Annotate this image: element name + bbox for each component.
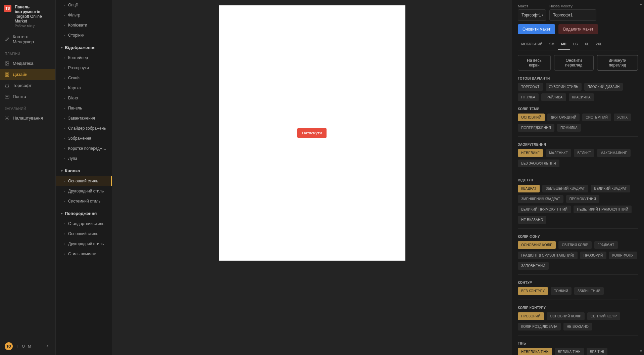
- tree-item[interactable]: Вікно: [56, 93, 112, 103]
- style-chip[interactable]: НЕ ВКАЗАНО: [563, 323, 592, 330]
- style-chip[interactable]: НЕВЕЛИКЕ: [518, 149, 543, 157]
- demo-button[interactable]: Натиснути: [297, 128, 327, 138]
- layout-name-input[interactable]: [549, 9, 596, 21]
- style-chip[interactable]: ВЕЛИКА ТІНЬ: [555, 348, 584, 355]
- tree-item[interactable]: Копіювати: [56, 20, 112, 30]
- style-chip[interactable]: НЕ ВКАЗАНО: [518, 216, 546, 224]
- tree-item[interactable]: Опції: [56, 0, 112, 10]
- style-chip[interactable]: СВІТЛИЙ КОЛІР: [558, 241, 591, 249]
- tree-item[interactable]: Другорядний стиль: [56, 239, 112, 249]
- style-chip[interactable]: ГРАДІЄНТ: [594, 241, 618, 249]
- bullet-icon: [64, 138, 65, 139]
- avatar[interactable]: TO: [5, 342, 13, 350]
- style-chip[interactable]: ЗМЕНШЕНИЙ КВАДРАТ: [518, 195, 563, 203]
- style-chip[interactable]: ЗБІЛЬШЕНИЙ: [574, 287, 604, 295]
- tree-item[interactable]: Стиль помилки: [56, 249, 112, 259]
- tree-group[interactable]: ▾Попередження: [56, 206, 112, 219]
- preview-toolbar-button[interactable]: Оновити перегляд: [554, 55, 594, 71]
- style-chip[interactable]: ПЛОСКИЙ ДИЗАЙН: [584, 83, 623, 91]
- style-chip[interactable]: ОСНОВНИЙ КОЛІР: [547, 312, 585, 320]
- style-chip[interactable]: ПРОЗОРИЙ: [580, 252, 606, 259]
- style-chip[interactable]: КОЛІР ФОНУ: [609, 252, 637, 259]
- tree-item[interactable]: Коротке попередження: [56, 143, 112, 153]
- style-chip[interactable]: ПРЯМОКУТНИЙ: [566, 195, 599, 203]
- style-chip[interactable]: ОСНОВНИЙ: [518, 114, 545, 121]
- tree-item[interactable]: Панель: [56, 103, 112, 113]
- style-chip[interactable]: НЕВЕЛИКА ТІНЬ: [518, 348, 552, 355]
- breakpoint-tab[interactable]: SM: [546, 39, 558, 50]
- style-chip[interactable]: ПОМИЛКА: [557, 124, 581, 132]
- scroll-down-indicator[interactable]: ▼: [639, 349, 643, 353]
- style-chip[interactable]: СУВОРИЙ СТИЛЬ: [546, 83, 582, 91]
- breakpoint-tab[interactable]: XL: [581, 39, 592, 50]
- divider: [518, 136, 638, 137]
- style-chip[interactable]: КВАДРАТ: [518, 185, 540, 192]
- style-chip[interactable]: КОЛІР РОЗДІЛЮВАЧА: [518, 323, 561, 330]
- tree-group[interactable]: ▾Відображення: [56, 40, 112, 53]
- style-chip[interactable]: ОСНОВНИЙ КОЛІР: [518, 241, 556, 249]
- style-chip[interactable]: ВЕЛИКИЙ КВАДРАТ: [591, 185, 630, 192]
- style-chip[interactable]: МАКСИМАЛЬНЕ: [597, 149, 631, 157]
- style-chip[interactable]: ПІГУЛКА: [518, 93, 539, 101]
- nav-media[interactable]: Медіатека: [0, 58, 55, 69]
- delete-layout-button[interactable]: Видалити макет: [558, 24, 598, 34]
- tree-item[interactable]: Другорядний стиль: [56, 186, 112, 196]
- style-chip[interactable]: СВІТЛИЙ КОЛІР: [587, 312, 620, 320]
- style-chip[interactable]: ГРАДІЄНТ (ГОРИЗОНТАЛЬНИЙ): [518, 252, 578, 259]
- nav-settings[interactable]: Налаштування: [0, 113, 55, 124]
- style-chip[interactable]: ЗАПОВНЕНИЙ: [518, 262, 549, 270]
- tree-item[interactable]: Сторінки: [56, 30, 112, 40]
- image-icon: [5, 61, 9, 66]
- style-chip[interactable]: БЕЗ ЗАОКРУГЛЕННЯ: [518, 160, 559, 167]
- style-chip[interactable]: БЕЗ ТІНІ: [587, 348, 607, 355]
- tree-item[interactable]: Лупа: [56, 153, 112, 164]
- tree-item[interactable]: Контейнер: [56, 53, 112, 63]
- style-chip[interactable]: ВЕЛИКИЙ ПРЯМОКУНТНИЙ: [518, 206, 571, 213]
- style-chip[interactable]: КЛАСИЧНА: [569, 93, 594, 101]
- tree-item[interactable]: Слайдер зображень: [56, 123, 112, 133]
- style-chip[interactable]: ВЕЛИКЕ: [574, 149, 594, 157]
- tree-item[interactable]: Фільтр: [56, 10, 112, 20]
- preview-toolbar-button[interactable]: Вимкнути перегляд: [597, 55, 638, 71]
- nav-content-manager[interactable]: Контент Менеджер: [0, 31, 55, 47]
- style-chip[interactable]: НЕВЕЛИКИЙ ПРЯМОКУНТНИЙ: [574, 206, 632, 213]
- style-chip[interactable]: ТОНКИЙ: [551, 287, 572, 295]
- style-chip[interactable]: ЗБІЛЬШЕНИЙ КВАДРАТ: [542, 185, 588, 192]
- nav-mail[interactable]: Пошта: [0, 91, 55, 102]
- svg-rect-2: [5, 73, 7, 74]
- style-chip[interactable]: ДРУГОРЯДНИЙ: [547, 114, 580, 121]
- tree-group-label: Попередження: [65, 211, 107, 216]
- tree-item[interactable]: Зображення: [56, 133, 112, 143]
- breakpoint-tab[interactable]: LG: [570, 39, 581, 50]
- style-chip[interactable]: СИСТЕМНИЙ: [582, 114, 611, 121]
- breakpoint-tab[interactable]: 2XL: [593, 39, 606, 50]
- style-chip[interactable]: ГРАЙЛИВА: [541, 93, 566, 101]
- nav-torgsoft[interactable]: Торгсофт: [0, 80, 55, 91]
- tree-item[interactable]: Основний стиль: [56, 229, 112, 239]
- tree-item[interactable]: Розгорнути: [56, 63, 112, 73]
- style-chip[interactable]: МАЛЕНЬКЕ: [546, 149, 571, 157]
- tree-item[interactable]: Основний стиль: [56, 176, 112, 186]
- tree-item[interactable]: Завантаження: [56, 113, 112, 123]
- tree-item[interactable]: Системний стиль: [56, 196, 112, 206]
- style-chip[interactable]: УСПІХ: [614, 114, 631, 121]
- style-chip[interactable]: ПРОЗОРИЙ: [518, 312, 544, 320]
- style-chip[interactable]: ТОРГСОФТ: [518, 83, 543, 91]
- preview-toolbar-button[interactable]: На весь екран: [518, 55, 551, 71]
- tree-item[interactable]: Картка: [56, 83, 112, 93]
- canvas-frame: Натиснути: [219, 5, 405, 261]
- breakpoint-tab[interactable]: МОБІЛЬНИЙ: [518, 39, 546, 50]
- tree-group[interactable]: ▾Кнопка: [56, 164, 112, 176]
- tree-item[interactable]: Секція: [56, 73, 112, 83]
- style-chip[interactable]: ПОПЕРЕДЖЕННЯ: [518, 124, 554, 132]
- collapse-sidebar-button[interactable]: [44, 343, 51, 350]
- breakpoint-tab[interactable]: MD: [558, 39, 570, 50]
- scroll-up-indicator[interactable]: ▲: [639, 2, 643, 6]
- layout-select[interactable]: Торгсофт1 ▼: [518, 9, 546, 21]
- update-layout-button[interactable]: Оновити макет: [518, 24, 555, 34]
- style-chip[interactable]: БЕЗ КОНТУРУ: [518, 287, 548, 295]
- tree-item[interactable]: Стандартний стиль: [56, 219, 112, 229]
- nav-design[interactable]: Дизайн: [0, 69, 55, 80]
- layout-select-value: Торгсофт1: [522, 13, 541, 17]
- chip-row: БЕЗ КОНТУРУТОНКИЙЗБІЛЬШЕНИЙ: [518, 287, 638, 295]
